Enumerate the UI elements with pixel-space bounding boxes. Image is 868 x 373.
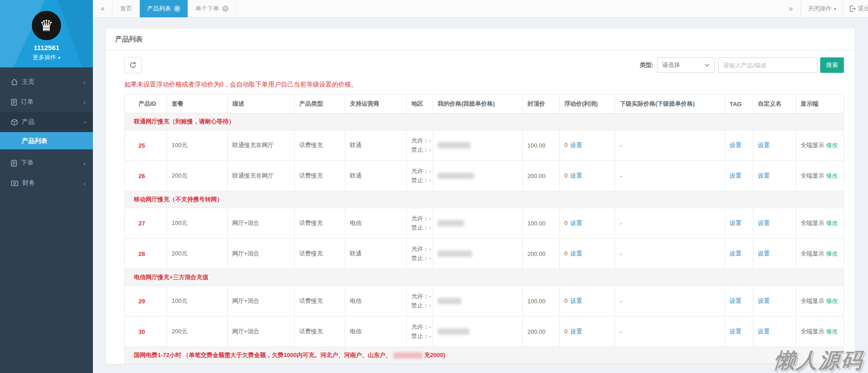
- custom-name-cell: 设置: [753, 239, 796, 269]
- carrier-cell: 联通: [345, 239, 407, 269]
- sidebar-subitem-product-list[interactable]: 产品列表: [0, 132, 93, 149]
- plan-cell: 100元: [167, 208, 228, 239]
- modify-display-link[interactable]: 修改: [826, 172, 838, 179]
- set-tag-link[interactable]: 设置: [730, 297, 741, 304]
- carrier-cell: 电信: [345, 286, 407, 317]
- sidebar-item-place-order[interactable]: 下单 ‹: [0, 153, 93, 173]
- logout-button[interactable]: 退出: [843, 0, 868, 17]
- region-cell: 允许：-禁止：-: [407, 239, 433, 269]
- more-actions-dropdown[interactable]: 更多操作▾: [0, 53, 93, 61]
- my-price-cell: [433, 286, 523, 317]
- table-row-partial: 允许：-禁止：-: [125, 364, 844, 365]
- set-float-link[interactable]: 设置: [570, 220, 582, 226]
- column-header: 显示端: [796, 95, 844, 113]
- set-float-link[interactable]: 设置: [570, 250, 582, 257]
- product-id: 30: [125, 317, 167, 347]
- display-cell: 全端显示 修改: [796, 208, 844, 239]
- custom-name-cell: 设置: [753, 130, 796, 161]
- modify-display-link[interactable]: 修改: [826, 220, 838, 226]
- type-select[interactable]: 请选择: [657, 57, 715, 73]
- tab-product-list[interactable]: 产品列表 ×: [140, 0, 188, 17]
- table-row: 30 200元 网厅+混合 话费慢充 电信 允许：-禁止：- 200.00 0设…: [125, 317, 844, 347]
- search-input[interactable]: [718, 57, 817, 73]
- region-cell: 允许：-禁止：-: [407, 364, 433, 365]
- column-header: 封顶价: [523, 95, 560, 113]
- region-cell: 允许：-禁止：-: [407, 208, 433, 239]
- close-operations-label: 关闭操作: [808, 5, 832, 13]
- table-row: 25 100元 联通慢充非网厅 话费慢充 联通 允许：-禁止：- 100.00 …: [125, 130, 844, 161]
- tag-cell: 设置: [725, 161, 753, 191]
- my-price-cell: [433, 239, 523, 269]
- type-filter-label: 类型:: [640, 61, 654, 69]
- set-custom-name-link[interactable]: 设置: [758, 250, 770, 257]
- set-custom-name-link[interactable]: 设置: [758, 142, 770, 148]
- set-float-link[interactable]: 设置: [570, 142, 582, 148]
- sidebar-item-label: 主页: [22, 78, 35, 86]
- close-tab-icon[interactable]: ×: [174, 5, 180, 12]
- modify-display-link[interactable]: 修改: [826, 297, 838, 304]
- sidebar-item-home[interactable]: 主页 ‹: [0, 72, 93, 92]
- product-id: 27: [125, 208, 167, 239]
- display-cell: 全端显示 修改: [796, 130, 844, 161]
- table-row: 29 100元 网厅+混合 话费慢充 电信 允许：-禁止：- 100.00 0设…: [125, 286, 844, 317]
- plan-cell: 200元: [167, 239, 228, 269]
- user-avatar[interactable]: ♛: [32, 11, 61, 40]
- carrier-cell: 联通: [345, 161, 407, 191]
- column-header: 支持运营商: [345, 95, 407, 113]
- sidebar-item-finance[interactable]: 财务 ‹: [0, 173, 93, 193]
- plan-cell: 100元: [167, 286, 228, 317]
- main-content: 产品列表 类型: 请选择 搜索 如果未设置浮动价格或者浮动价为0，会自动取下单用…: [93, 18, 868, 373]
- product-id: 26: [125, 161, 167, 191]
- tag-cell: 设置: [725, 130, 753, 161]
- set-custom-name-link[interactable]: 设置: [758, 328, 770, 335]
- set-tag-link[interactable]: 设置: [730, 328, 741, 335]
- sidebar-item-orders[interactable]: 订单 ‹: [0, 92, 93, 112]
- cap-price-cell: 200.00: [523, 317, 560, 347]
- set-tag-link[interactable]: 设置: [730, 220, 741, 226]
- tab-label: 单个下单: [195, 5, 219, 13]
- product-table: 产品ID 套餐 描述 产品类型 支持运营商 地区 我的价格(我提单价格) 封顶价…: [124, 94, 844, 364]
- region-cell: 允许：-禁止：-: [407, 161, 433, 191]
- column-header: 我的价格(我提单价格): [433, 95, 523, 113]
- column-header: 地区: [407, 95, 433, 113]
- refresh-button[interactable]: [124, 57, 142, 73]
- type-cell: 话费慢充: [295, 239, 345, 269]
- sidebar-menu: 主页 ‹ 订单 ‹ 产品 ‹ 产品列表 下单 ‹ 财务 ‹: [0, 67, 93, 193]
- search-button[interactable]: 搜索: [820, 57, 844, 73]
- refresh-icon: [129, 61, 137, 69]
- tabs-scroll-right-button[interactable]: »: [781, 0, 801, 17]
- sidebar-item-label: 财务: [22, 179, 35, 187]
- set-custom-name-link[interactable]: 设置: [758, 172, 770, 179]
- set-tag-link[interactable]: 设置: [730, 142, 741, 148]
- sub-price-cell: -: [615, 208, 725, 239]
- close-operations-dropdown[interactable]: 关闭操作▾: [801, 0, 843, 17]
- card-body: 类型: 请选择 搜索 如果未设置浮动价格或者浮动价为0，会自动取下单用户自己当前…: [106, 50, 855, 364]
- tab-label: 产品列表: [147, 5, 171, 13]
- set-float-link[interactable]: 设置: [570, 172, 582, 179]
- chevron-left-icon: ‹: [83, 78, 86, 86]
- set-tag-link[interactable]: 设置: [730, 250, 741, 257]
- tab-single-order[interactable]: 单个下单 ×: [188, 0, 236, 17]
- plan-cell: 100元: [167, 130, 228, 161]
- display-cell: 全端显示 修改: [796, 286, 844, 317]
- tab-home[interactable]: 首页: [113, 0, 140, 17]
- modify-display-link[interactable]: 修改: [826, 142, 838, 148]
- set-tag-link[interactable]: 设置: [730, 172, 741, 179]
- close-tab-icon[interactable]: ×: [222, 5, 229, 12]
- modify-display-link[interactable]: 修改: [826, 250, 838, 257]
- float-price-cell: 0设置: [560, 317, 615, 347]
- toolbar: 类型: 请选择 搜索: [124, 57, 844, 73]
- sidebar-item-products[interactable]: 产品 ‹: [0, 112, 93, 132]
- table-row: 28 200元 网厅+混合 话费慢充 联通 允许：-禁止：- 200.00 0设…: [125, 239, 844, 269]
- set-float-link[interactable]: 设置: [570, 297, 582, 304]
- logout-label: 退出: [858, 5, 868, 13]
- tab-bar: « 首页 产品列表 × 单个下单 × » 关闭操作▾ 退出: [93, 0, 868, 18]
- set-float-link[interactable]: 设置: [570, 328, 582, 335]
- tabs-scroll-left-button[interactable]: «: [93, 0, 113, 17]
- set-custom-name-link[interactable]: 设置: [758, 220, 770, 226]
- type-cell: 话费慢充: [295, 161, 345, 191]
- modify-display-link[interactable]: 修改: [826, 328, 838, 335]
- set-custom-name-link[interactable]: 设置: [758, 297, 770, 304]
- cap-price-cell: 200.00: [523, 161, 560, 191]
- sidebar: ♛ 1112561 更多操作▾ 主页 ‹ 订单 ‹ 产品 ‹ 产品列表 下单 ‹: [0, 0, 93, 373]
